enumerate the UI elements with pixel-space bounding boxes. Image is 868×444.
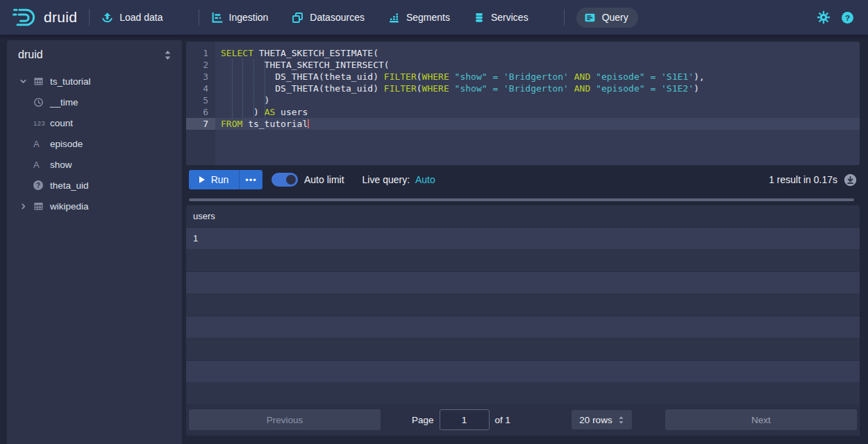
auto-limit-toggle[interactable] [272, 173, 298, 187]
nav-item-query-active[interactable]: Query [576, 8, 638, 28]
tree-item-__time[interactable]: __time [7, 92, 182, 112]
rows-per-page-value: 20 rows [579, 415, 612, 425]
line-number: 2 [186, 59, 215, 71]
empty-row [186, 361, 860, 383]
empty-row [186, 339, 860, 361]
table-icon [33, 76, 50, 87]
toggle-knob [286, 175, 296, 185]
download-icon[interactable] [844, 173, 857, 187]
nav-item-services[interactable]: Services [474, 12, 528, 24]
live-query-value[interactable]: Auto [415, 174, 435, 185]
code-line-7[interactable]: FROM ts_tutorial [215, 118, 860, 130]
navbar-right: ? [817, 10, 868, 24]
settings-gear-icon[interactable] [817, 10, 831, 24]
tree-item-ts_tutorial[interactable]: ts_tutorial [7, 71, 182, 92]
tree-item-label: wikipedia [50, 201, 89, 212]
nav-item-label: Services [491, 12, 528, 23]
schema-tree: ts_tutorial__time123countAepisodeAshow?t… [7, 69, 182, 216]
segments-icon [388, 12, 400, 24]
line-number: 3 [186, 71, 215, 83]
line-number: 5 [186, 94, 215, 106]
top-navbar: druid Load data Ingestion [0, 0, 868, 35]
empty-row [186, 383, 860, 405]
brand-name: druid [44, 9, 77, 26]
auto-limit-label: Auto limit [304, 174, 344, 185]
time-icon [33, 97, 50, 108]
code-line-2[interactable]: THETA_SKETCH_INTERSECT( [215, 59, 860, 71]
navbar-divider [199, 9, 199, 26]
indent-guide [232, 59, 233, 118]
nav-item-label: Load data [119, 12, 162, 23]
result-status: 1 result in 0.17s [769, 174, 837, 185]
tree-item-label: show [50, 160, 72, 170]
rows-per-page-select[interactable]: 20 rows [571, 410, 632, 429]
line-number: 6 [186, 106, 215, 118]
nav-item-label: Ingestion [229, 12, 269, 23]
indent-guide [242, 59, 243, 118]
nav-item-ingestion[interactable]: Ingestion [211, 12, 269, 24]
query-results-panel: users 1 Previous Page of 1 20 rows Next [186, 205, 860, 436]
svg-text:?: ? [845, 12, 850, 22]
pagination-bar: Previous Page of 1 20 rows Next [186, 404, 860, 436]
tree-item-episode[interactable]: Aepisode [7, 133, 182, 154]
run-toolbar: Run ••• Auto limit Live query: Auto 1 re… [186, 165, 860, 194]
druid-logo-icon [11, 7, 39, 28]
tree-item-show[interactable]: Ashow [7, 154, 182, 175]
line-number: 7 [186, 118, 215, 130]
indent-guide [253, 59, 254, 118]
string-icon: A [33, 139, 50, 149]
tree-item-count[interactable]: 123count [7, 112, 182, 133]
tree-item-label: episode [50, 139, 83, 149]
string-icon: A [33, 160, 50, 170]
schema-title: druid [18, 49, 162, 61]
live-query-label: Live query: [362, 174, 410, 185]
help-icon[interactable]: ? [841, 11, 854, 24]
chevron-right-icon[interactable] [19, 203, 33, 210]
results-body: 1 [186, 228, 860, 405]
tree-item-wikipedia[interactable]: wikipedia [7, 196, 182, 216]
code-line-3[interactable]: DS_THETA(theta_uid) FILTER(WHERE "show" … [215, 71, 860, 83]
tree-item-label: __time [50, 97, 78, 108]
nav-item-load-data[interactable]: Load data [101, 12, 162, 24]
code-line-5[interactable]: ) [215, 94, 860, 106]
chevron-down-icon[interactable] [19, 78, 33, 85]
editor-code-area[interactable]: SELECT THETA_SKETCH_ESTIMATE( THETA_SKET… [215, 42, 860, 165]
previous-page-button[interactable]: Previous [189, 409, 381, 430]
tree-item-label: count [50, 118, 73, 128]
navbar-divider [564, 9, 565, 26]
tree-item-theta_uid[interactable]: ?theta_uid [7, 175, 182, 196]
empty-row [186, 250, 860, 272]
line-number: 1 [186, 47, 215, 59]
nav-item-label: Segments [406, 12, 450, 23]
page-number-input[interactable] [440, 409, 490, 430]
run-more-button[interactable]: ••• [239, 170, 262, 189]
load-data-icon [101, 12, 113, 24]
page-label: Page [412, 415, 434, 425]
code-line-4[interactable]: DS_THETA(theta_uid) FILTER(WHERE "show" … [215, 83, 860, 94]
empty-row [186, 316, 860, 339]
code-line-6[interactable]: ) AS users [215, 106, 860, 118]
sql-editor[interactable]: 1234567 SELECT THETA_SKETCH_ESTIMATE( TH… [186, 42, 860, 165]
query-console-icon [584, 12, 596, 24]
empty-row [186, 272, 860, 294]
nav-item-segments[interactable]: Segments [388, 12, 450, 24]
editor-gutter: 1234567 [186, 42, 215, 165]
panel-splitter-handle[interactable] [189, 198, 854, 201]
nav-item-datasources[interactable]: Datasources [292, 12, 365, 24]
indent-guide [265, 59, 265, 118]
page-of-label: of 1 [495, 415, 511, 425]
datasources-icon [292, 12, 303, 24]
run-button[interactable]: Run [189, 170, 239, 189]
more-dots-icon: ••• [245, 175, 257, 185]
druid-logo[interactable]: druid [0, 7, 77, 28]
tree-item-label: ts_tutorial [50, 76, 91, 87]
double-caret-icon [618, 416, 624, 425]
sort-icon[interactable] [162, 49, 173, 62]
result-row[interactable]: 1 [186, 228, 860, 250]
next-page-button[interactable]: Next [665, 409, 857, 430]
empty-row [186, 294, 860, 316]
tree-item-label: theta_uid [50, 180, 89, 191]
code-line-1[interactable]: SELECT THETA_SKETCH_ESTIMATE( [215, 47, 860, 59]
results-column-header[interactable]: users [186, 205, 860, 228]
nav-item-label: Datasources [310, 12, 365, 23]
